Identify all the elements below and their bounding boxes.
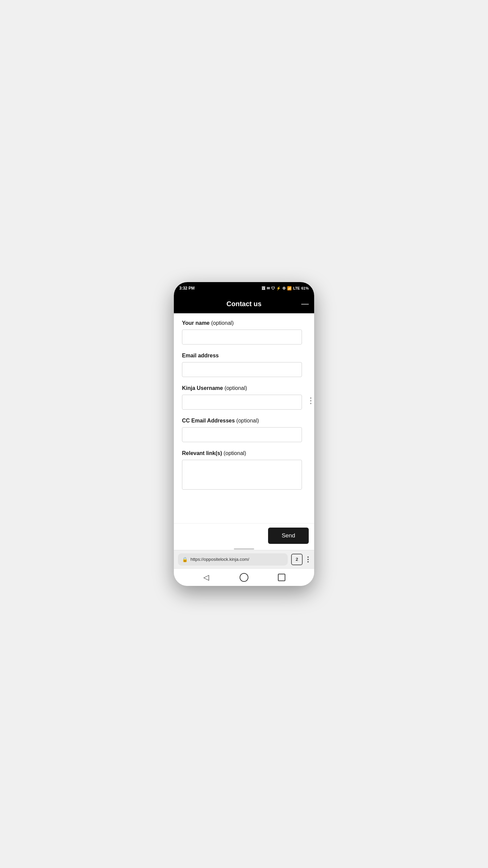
input-cc-email[interactable] [182,427,302,442]
scroll-dot-1 [310,397,311,399]
label-your-name-optional: (optional) [211,320,234,326]
home-button[interactable] [237,570,251,585]
tab-count-button[interactable]: 2 [291,554,303,565]
label-links-text: Relevant link(s) [182,450,224,456]
label-your-name-text: Your name [182,320,211,326]
home-icon [240,573,248,582]
label-cc-email: CC Email Addresses (optional) [182,418,302,424]
url-bar: 🔒 https://oppositelock.kinja.com/ 2 [174,550,314,568]
swipe-bar [234,548,254,550]
input-kinja-username[interactable] [182,395,302,410]
form-content-area[interactable]: Your name (optional) Email address Kinja… [174,313,314,523]
status-bar-right: 🖼 ✉ 🛡 ⚡ ⚙ 📶 LTE 61% [262,286,309,291]
url-input-area[interactable]: 🔒 https://oppositelock.kinja.com/ [178,553,288,566]
status-flash-icon: ⚡ [276,286,281,291]
form-group-cc-email: CC Email Addresses (optional) [182,418,302,442]
back-icon: ◁ [203,573,209,582]
status-time: 3:32 PM [179,286,195,291]
label-your-name: Your name (optional) [182,320,302,326]
url-text: https://oppositelock.kinja.com/ [190,557,284,562]
label-email-text: Email address [182,353,219,358]
status-photo-icon: 🖼 [262,286,265,290]
label-cc-optional: (optional) [236,418,259,423]
browser-menu-button[interactable] [306,555,310,564]
menu-dot-3 [307,561,309,563]
app-header: Contact us — [174,294,314,313]
status-bar: 3:32 PM 🖼 ✉ 🛡 ⚡ ⚙ 📶 LTE 61% [174,282,314,294]
recents-button[interactable] [274,570,289,585]
label-kinja-text: Kinja Username [182,385,224,391]
form-container: Your name (optional) Email address Kinja… [174,313,314,506]
status-bluetooth-icon: ⚙ [282,286,286,291]
back-button[interactable]: ◁ [199,570,214,585]
send-area: Send [174,523,314,548]
label-cc-email-text: CC Email Addresses [182,418,236,423]
label-kinja-optional: (optional) [224,385,247,391]
close-button[interactable]: — [301,299,309,308]
status-shield-icon: 🛡 [271,286,275,290]
nav-bar: ◁ [174,568,314,586]
input-your-name[interactable] [182,330,302,344]
input-relevant-links[interactable] [182,460,302,490]
label-relevant-links: Relevant link(s) (optional) [182,450,302,456]
input-email-address[interactable] [182,362,302,377]
phone-frame: 3:32 PM 🖼 ✉ 🛡 ⚡ ⚙ 📶 LTE 61% Contact us —… [174,282,314,586]
status-lte-label: LTE [293,286,300,290]
scroll-dot-2 [310,400,311,401]
form-group-name: Your name (optional) [182,320,302,344]
page-title: Contact us [226,300,261,308]
status-battery-label: 61% [301,286,309,290]
label-links-optional: (optional) [224,450,246,456]
send-button[interactable]: Send [268,528,309,544]
menu-dot-1 [307,556,309,558]
menu-dot-2 [307,559,309,560]
status-bar-left: 3:32 PM [179,286,195,291]
label-email-address: Email address [182,353,302,359]
form-group-kinja: Kinja Username (optional) [182,385,302,410]
form-group-links: Relevant link(s) (optional) [182,450,302,491]
status-signal-icon: 📶 [287,286,292,291]
status-email-icon: ✉ [267,286,270,291]
recents-icon [278,574,285,581]
label-kinja-username: Kinja Username (optional) [182,385,302,391]
scroll-dot-3 [310,403,311,404]
scroll-indicator [310,397,311,404]
lock-icon: 🔒 [182,557,188,562]
form-group-email: Email address [182,353,302,377]
